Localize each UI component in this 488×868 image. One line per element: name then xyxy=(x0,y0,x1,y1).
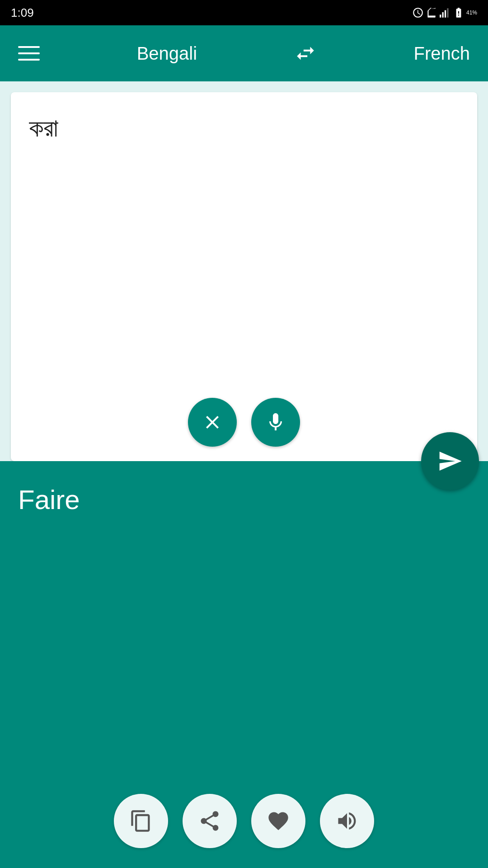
menu-button[interactable] xyxy=(18,46,40,61)
hamburger-line2 xyxy=(18,52,40,54)
source-panel: করা xyxy=(11,92,477,461)
sim-icon xyxy=(426,7,437,19)
microphone-icon xyxy=(265,411,286,433)
share-icon xyxy=(198,809,221,833)
target-language[interactable]: French xyxy=(414,43,470,64)
swap-languages-button[interactable] xyxy=(294,42,317,65)
svg-rect-2 xyxy=(445,10,446,18)
clear-icon xyxy=(202,411,223,433)
charging-icon xyxy=(453,7,465,19)
heart-icon xyxy=(267,809,290,833)
source-input-text[interactable]: করা xyxy=(11,92,477,146)
translation-output-text: Faire xyxy=(18,481,470,519)
battery-percent: 41% xyxy=(466,9,477,16)
svg-rect-1 xyxy=(442,12,443,18)
status-icons: 41% xyxy=(412,7,477,19)
translation-panel: Faire xyxy=(0,461,488,868)
send-icon xyxy=(437,448,463,474)
hamburger-line1 xyxy=(18,46,40,48)
translate-button[interactable] xyxy=(421,432,479,490)
share-button[interactable] xyxy=(183,794,237,848)
toolbar: Bengali French xyxy=(0,25,488,81)
copy-icon xyxy=(129,809,153,833)
status-time: 1:09 xyxy=(11,6,34,20)
main-content: করা Faire xyxy=(0,81,488,868)
source-language[interactable]: Bengali xyxy=(137,43,197,64)
svg-rect-0 xyxy=(440,14,441,18)
alarm-icon xyxy=(412,7,424,19)
translation-actions xyxy=(114,794,374,848)
speak-button[interactable] xyxy=(320,794,374,848)
signal-icon xyxy=(439,7,451,19)
volume-icon xyxy=(335,809,359,833)
favorite-button[interactable] xyxy=(251,794,305,848)
source-actions xyxy=(188,398,300,447)
svg-rect-3 xyxy=(447,8,448,18)
hamburger-line3 xyxy=(18,59,40,61)
status-bar: 1:09 41% xyxy=(0,0,488,25)
microphone-button[interactable] xyxy=(251,398,300,447)
clear-button[interactable] xyxy=(188,398,237,447)
copy-button[interactable] xyxy=(114,794,168,848)
